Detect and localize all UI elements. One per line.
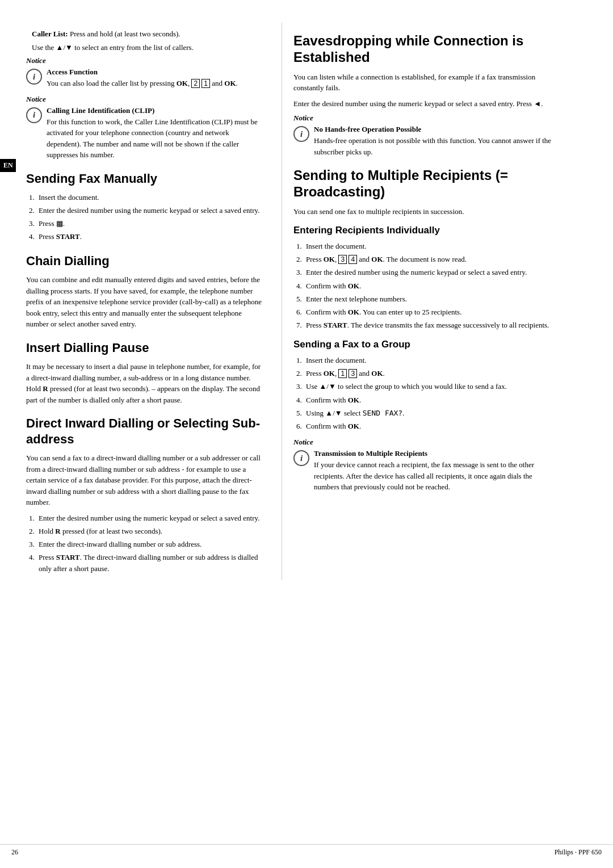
language-tab: EN [0,159,16,172]
caller-list-line1: Caller List: Press and hold (at least tw… [32,28,259,40]
caller-list-line2: Use the ▲/▼ to select an entry from the … [32,42,259,53]
entering-step-4: Confirm with OK. [304,280,554,292]
notice-1-box: i Access Function You can also load the … [26,68,264,89]
group-step-4: Confirm with OK. [304,395,554,406]
direct-step-2: Hold R pressed (for at least two seconds… [36,526,264,537]
eaves-text: You can listen while a connection is est… [293,72,554,94]
section-broadcast-title: Sending to Multiple Recipients (= Broadc… [293,167,554,200]
notice-4-label: Notice [293,438,554,447]
group-step-2: Press OK, 1 3 and OK. [304,368,554,379]
fax-step-4: Press START. [36,231,264,242]
group-step-3: Use ▲/▼ to select the group to which you… [304,381,554,392]
entering-step-3: Enter the desired number using the numer… [304,267,554,278]
notice-4-text: If your device cannot reach a recipient,… [314,459,554,493]
info-icon-2: i [26,107,42,123]
entering-step-6: Confirm with OK. You can enter up to 25 … [304,307,554,318]
info-icon-1: i [26,69,42,85]
section-fax-title: Sending Fax Manually [26,171,264,187]
notice-2-content: Calling Line Identification (CLIP) For t… [47,106,264,161]
notice-2: Notice i Calling Line Identification (CL… [26,95,264,161]
page-footer: 26 Philips · PPF 650 [0,844,613,857]
page-number: 26 [11,848,18,857]
notice-4: Notice i Transmission to Multiple Recipi… [293,438,554,493]
notice-2-label: Notice [26,95,264,104]
group-step-1: Insert the document. [304,355,554,366]
notice-3-text: Hands-free operation is not possible wit… [314,135,554,157]
notice-1: Notice i Access Function You can also lo… [26,56,264,89]
section-eaves-title: Eavesdropping while Connection is Establ… [293,33,554,66]
notice-3-title: No Hands-free Operation Possible [314,125,421,133]
group-steps-list: Insert the document. Press OK, 1 3 and O… [304,355,554,432]
right-column: Eavesdropping while Connection is Establ… [282,23,565,580]
entering-step-7: Press START. The device transmits the fa… [304,320,554,331]
section-chain-title: Chain Dialling [26,253,264,269]
fax-step-2: Enter the desired number using the numer… [36,205,264,216]
notice-2-box: i Calling Line Identification (CLIP) For… [26,106,264,161]
left-column: Caller List: Press and hold (at least tw… [20,23,282,580]
notice-4-box: i Transmission to Multiple Recipients If… [293,449,554,493]
fax-step-3: Press ▩. [36,218,264,229]
entering-step-2: Press OK, 3 4 and OK. The document is no… [304,254,554,265]
entering-step-5: Enter the next telephone numbers. [304,293,554,305]
section-pause-title: Insert Dialling Pause [26,340,264,356]
notice-4-content: Transmission to Multiple Recipients If y… [314,449,554,493]
direct-step-3: Enter the direct-inward dialling number … [36,539,264,550]
fax-steps-list: Insert the document. Enter the desired n… [36,192,264,243]
direct-steps-list: Enter the desired number using the numer… [36,513,264,575]
group-step-6: Confirm with OK. [304,421,554,432]
caller-list-intro: Caller List: Press and hold (at least tw… [26,23,264,53]
info-icon-3: i [293,126,309,142]
notice-1-content: Access Function You can also load the ca… [47,68,264,89]
notice-1-text: You can also load the caller list by pre… [47,78,264,89]
notice-3: Notice i No Hands-free Operation Possibl… [293,114,554,157]
notice-2-title: Calling Line Identification (CLIP) [47,106,154,115]
pause-text: It may be necessary to insert a dial pau… [26,361,264,405]
direct-text: You can send a fax to a direct-inward di… [26,452,264,508]
sub-group-title: Sending a Fax to a Group [293,339,554,350]
notice-4-title: Transmission to Multiple Recipients [314,449,427,458]
group-step-5: Using ▲/▼ select SEND FAX?. [304,408,554,419]
brand-label: Philips · PPF 650 [555,848,602,857]
direct-step-1: Enter the desired number using the numer… [36,513,264,524]
notice-3-box: i No Hands-free Operation Possible Hands… [293,125,554,157]
section-direct-title: Direct Inward Dialling or Selecting Sub-… [26,416,264,447]
entering-step-1: Insert the document. [304,241,554,252]
notice-1-title: Access Function [47,68,98,76]
direct-step-4: Press START. The direct-inward dialling … [36,552,264,575]
fax-step-1: Insert the document. [36,192,264,203]
eaves-text2: Enter the desired number using the numer… [293,98,554,110]
notice-3-label: Notice [293,114,554,123]
info-icon-4: i [293,450,309,466]
broadcast-text: You can send one fax to multiple recipie… [293,206,554,217]
notice-1-label: Notice [26,56,264,65]
entering-steps-list: Insert the document. Press OK, 3 4 and O… [304,241,554,331]
notice-2-text: For this function to work, the Caller Li… [47,116,264,161]
sub-entering-title: Entering Recipients Individually [293,225,554,236]
chain-text: You can combine and edit manually entere… [26,274,264,330]
notice-3-content: No Hands-free Operation Possible Hands-f… [314,125,554,157]
page: EN Caller List: Press and hold (at least… [0,0,613,868]
